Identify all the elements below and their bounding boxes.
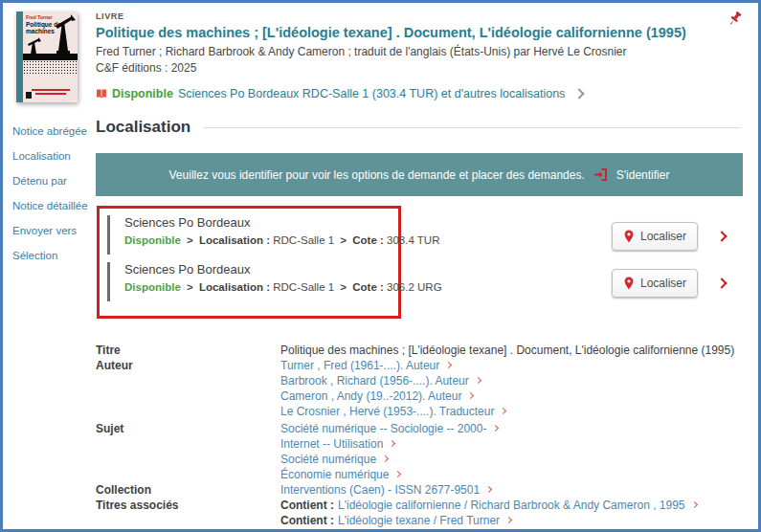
holding-meta: Disponible > Localisation : RDC-Salle 1 … — [124, 281, 442, 293]
detail-label: Titres associés — [96, 498, 280, 532]
record-details: Titre Politique des machines ; [L'idéolo… — [96, 343, 743, 532]
section-title: Localisation — [96, 118, 190, 137]
chevron-right-icon[interactable] — [716, 231, 727, 241]
sidebar-item-selection[interactable]: Sélection — [12, 243, 95, 268]
sidebar-item-notice-detaillee[interactable]: Notice détaillée — [12, 193, 95, 218]
localiser-button[interactable]: Localiser — [612, 269, 698, 298]
holding-meta: Disponible > Localisation : RDC-Salle 1 … — [124, 234, 439, 246]
holding-library[interactable]: Sciences Po Bordeaux — [124, 262, 442, 277]
chevron-right-icon — [389, 439, 395, 446]
holding-location-label: Localisation : — [199, 281, 270, 293]
record-title: Politique des machines ; [L'idéologie te… — [96, 25, 727, 41]
detail-row-sujet: Sujet Société numérique -- Sociologie --… — [96, 421, 743, 482]
availability-line[interactable]: Disponible Sciences Po Bordeaux RDC-Sall… — [96, 87, 727, 100]
related-title-link[interactable]: L'idéologie californienne / Richard Barb… — [338, 498, 685, 513]
record-byline: Fred Turner ; Richard Barbrook & Andy Ca… — [96, 45, 727, 58]
holding-row: Sciences Po Bordeaux Disponible > Locali… — [107, 262, 743, 304]
related-title-link[interactable]: L'idéologie texane / Fred Turner — [338, 513, 500, 528]
separator: > — [187, 234, 193, 246]
author-link[interactable]: Cameron , Andy (19..-2012). Auteur — [280, 388, 461, 404]
record-section-nav: Notice abrégée Localisation Détenu par N… — [12, 119, 95, 268]
record-publisher: C&F éditions : 2025 — [96, 61, 727, 75]
sidebar-item-localisation[interactable]: Localisation — [12, 144, 95, 168]
related-title-link[interactable]: Politique des machines / Fred Turner — [338, 528, 526, 532]
sidebar-item-detenu-par[interactable]: Détenu par — [12, 168, 95, 193]
holding-row: Sciences Po Bordeaux Disponible > Locali… — [107, 215, 743, 257]
detail-label: Collection — [96, 482, 280, 498]
holding-location: RDC-Salle 1 — [273, 234, 334, 246]
oil-pumpjack-art — [48, 12, 77, 56]
chevron-right-icon — [505, 516, 512, 522]
availability-location: Sciences Po Bordeaux RDC-Salle 1 (303.4 … — [178, 87, 565, 100]
chevron-right-icon — [382, 454, 389, 461]
chevron-right-icon[interactable] — [716, 277, 727, 288]
subject-link[interactable]: Internet -- Utilisation — [280, 436, 383, 452]
signin-message: Veuillez vous identifier pour voir les o… — [169, 168, 585, 182]
map-pin-icon — [623, 277, 635, 290]
publisher-logo — [26, 92, 32, 99]
detail-row-collection: Collection Interventions (Caen) - ISSN 2… — [96, 482, 743, 498]
localiser-button-label: Localiser — [640, 277, 686, 290]
holding-cote: 303.4 TUR — [387, 234, 439, 246]
chevron-right-icon — [574, 88, 585, 99]
section-header: Localisation — [96, 118, 741, 137]
main-content: Localisation Veuillez vous identifier po… — [96, 114, 743, 532]
detail-row-titre: Titre Politique des machines ; [L'idéolo… — [96, 343, 743, 358]
sidebar-item-envoyer-vers[interactable]: Envoyer vers — [12, 218, 95, 243]
subject-link[interactable]: Société numérique -- Sociologie -- 2000- — [280, 421, 486, 436]
author-link[interactable]: Le Crosnier , Hervé (1953-....). Traduct… — [280, 404, 494, 419]
cover-pixel-noise — [23, 60, 78, 76]
detail-label: Titre — [96, 343, 280, 358]
holding-location-label: Localisation : — [199, 234, 270, 246]
holding-accent-bar — [107, 215, 110, 255]
author-link[interactable]: Barbrook , Richard (1956-....). Auteur — [280, 373, 469, 388]
holding-status: Disponible — [124, 281, 181, 293]
holding-status: Disponible — [124, 234, 181, 246]
book-cover-spine — [16, 11, 23, 102]
chevron-right-icon — [394, 470, 401, 477]
holding-cote-label: Cote : — [352, 234, 384, 246]
collection-link[interactable]: Interventions (Caen) - ISSN 2677-9501 — [280, 482, 480, 498]
subject-link[interactable]: Société numérique — [280, 452, 376, 467]
map-pin-icon — [623, 230, 635, 243]
localiser-button[interactable]: Localiser — [612, 222, 698, 251]
chevron-right-icon — [467, 391, 474, 398]
holdings-list: Sciences Po Bordeaux Disponible > Locali… — [96, 204, 743, 324]
author-link[interactable]: Turner , Fred (1961-....). Auteur — [280, 358, 439, 373]
holding-cote-label: Cote : — [352, 281, 384, 293]
chevron-right-icon — [475, 376, 481, 383]
detail-row-titres-associes: Titres associés Contient :L'idéologie ca… — [96, 498, 743, 532]
record-header: LIVRE Politique des machines ; [L'idéolo… — [96, 11, 727, 100]
contient-prefix: Contient : — [280, 498, 334, 513]
chevron-right-icon — [500, 407, 506, 413]
chevron-right-icon — [690, 500, 697, 507]
section-divider — [204, 127, 741, 128]
holding-accent-bar — [107, 262, 110, 301]
book-icon — [96, 88, 107, 100]
signin-banner: Veuillez vous identifier pour voir les o… — [96, 153, 743, 196]
signin-link[interactable]: S'identifier — [616, 168, 670, 182]
separator: > — [340, 234, 347, 246]
pushpin-icon[interactable] — [727, 11, 744, 28]
holding-library[interactable]: Sciences Po Bordeaux — [124, 215, 439, 230]
contient-prefix: Contient : — [280, 528, 334, 532]
separator: > — [187, 281, 193, 293]
sidebar-item-notice-abregee[interactable]: Notice abrégée — [12, 119, 95, 144]
login-arrow-icon — [593, 167, 608, 182]
holding-location: RDC-Salle 1 — [273, 281, 334, 293]
contient-prefix: Contient : — [280, 513, 334, 528]
resource-type-label: LIVRE — [96, 11, 727, 21]
detail-row-auteur: Auteur Turner , Fred (1961-....). Auteur… — [96, 358, 743, 419]
holding-cote: 306.2 URG — [387, 281, 442, 293]
availability-status: Disponible — [112, 87, 173, 100]
separator: > — [340, 281, 347, 293]
catalog-record-page: Fred Turner Politique des machines — [0, 0, 761, 532]
book-cover-thumbnail: Fred Turner Politique des machines — [16, 11, 78, 102]
chevron-right-icon — [492, 424, 499, 431]
detail-label: Sujet — [96, 421, 280, 482]
chevron-right-icon — [445, 361, 452, 367]
subject-link[interactable]: Économie numérique — [280, 467, 389, 482]
chevron-right-icon — [485, 485, 492, 492]
detail-label: Auteur — [96, 358, 280, 419]
detail-value: Politique des machines ; [L'idéologie te… — [280, 343, 734, 358]
